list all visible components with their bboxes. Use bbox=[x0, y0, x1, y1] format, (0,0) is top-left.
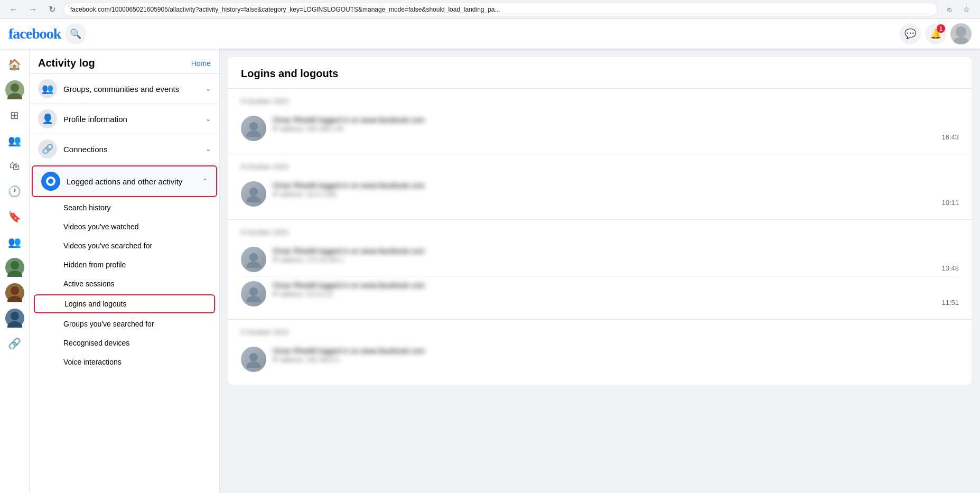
star-icon[interactable]: ☆ bbox=[959, 2, 974, 17]
nav-friends[interactable]: 👥 bbox=[3, 129, 26, 152]
activity-avatar-2 bbox=[241, 181, 266, 207]
activity-time-2: 10:11 bbox=[941, 199, 959, 207]
activity-date-4: 5 October 2023 bbox=[241, 328, 959, 336]
groups-section-label: Groups, communities and events bbox=[63, 85, 199, 94]
profile-section-label: Profile information bbox=[63, 115, 199, 124]
connections-chevron-icon: ⌄ bbox=[206, 145, 211, 153]
messenger-icon: 💬 bbox=[904, 28, 916, 40]
svg-point-20 bbox=[249, 353, 258, 361]
activity-text-4: Omar Rheddi logged in on www.facebook.co… bbox=[273, 281, 935, 290]
svg-point-8 bbox=[11, 312, 19, 320]
sidebar-item-voice-interactions[interactable]: Voice interactions bbox=[30, 352, 219, 371]
nav-avatar-2[interactable] bbox=[3, 281, 26, 304]
content-panel: Logins and logouts 9 October 2023 Omar R… bbox=[228, 57, 972, 385]
sidebar-item-recognised-devices[interactable]: Recognised devices bbox=[30, 333, 219, 352]
share-icon[interactable]: ⎋ bbox=[942, 2, 957, 17]
back-button[interactable]: ← bbox=[6, 2, 21, 17]
sidebar-item-videos-searched[interactable]: Videos you've searched for bbox=[30, 236, 219, 255]
sidebar-home-button[interactable]: Home bbox=[191, 59, 211, 68]
search-icon: 🔍 bbox=[70, 28, 81, 40]
sidebar-item-search-history[interactable]: Search history bbox=[30, 198, 219, 217]
main-layout: 🏠 ⊞ 👥 🛍 🕐 🔖 👥 🔗 bbox=[0, 49, 980, 493]
notifications-button[interactable]: 🔔 1 bbox=[925, 23, 946, 44]
activity-time-1: 16:43 bbox=[941, 133, 959, 141]
groups-chevron-icon: ⌄ bbox=[206, 85, 211, 92]
profile-chevron-icon: ⌄ bbox=[206, 115, 211, 123]
activity-info-1: Omar Rheddi logged in on www.facebook.co… bbox=[273, 116, 935, 133]
sidebar-item-videos-watched[interactable]: Videos you've watched bbox=[30, 217, 219, 236]
content-title: Logins and logouts bbox=[228, 57, 972, 89]
activity-avatar-3 bbox=[241, 247, 266, 272]
svg-point-18 bbox=[249, 287, 258, 296]
nav-avatar-3[interactable] bbox=[3, 306, 26, 330]
nav-link[interactable]: 🔗 bbox=[3, 332, 26, 355]
activity-time-3: 13:48 bbox=[941, 264, 959, 272]
messenger-button[interactable]: 💬 bbox=[900, 23, 921, 44]
facebook-logo[interactable]: facebook bbox=[8, 25, 61, 42]
section-logged-header[interactable]: Logged actions and other activity ⌃ bbox=[32, 165, 217, 197]
sidebar-item-hidden-profile[interactable]: Hidden from profile bbox=[30, 255, 219, 274]
activity-info-5: Omar Rheddi logged in on www.facebook.co… bbox=[273, 347, 959, 364]
nav-home[interactable]: 🏠 bbox=[3, 53, 26, 76]
nav-saved[interactable]: 🔖 bbox=[3, 205, 26, 228]
svg-point-1 bbox=[953, 37, 969, 44]
activity-entry-2: Omar Rheddi logged in on www.facebook.co… bbox=[241, 177, 959, 211]
activity-info-3: Omar Rheddi logged in on www.facebook.co… bbox=[273, 247, 935, 264]
activity-info-2: Omar Rheddi logged in on www.facebook.co… bbox=[273, 181, 935, 198]
activity-sub-2: IP address: 10.0.1.200 bbox=[273, 191, 935, 198]
activity-avatar-5 bbox=[241, 347, 266, 372]
activity-sub-1: IP address: 192.168.1.45 bbox=[273, 125, 935, 133]
profile-section-icon: 👤 bbox=[38, 109, 57, 128]
activity-entry-4: Omar Rheddi logged in on www.facebook.co… bbox=[241, 277, 959, 311]
svg-point-21 bbox=[247, 361, 261, 368]
activity-time-4: 11:51 bbox=[941, 299, 959, 306]
svg-point-15 bbox=[247, 196, 261, 202]
sidebar-title: Activity log bbox=[38, 57, 95, 69]
section-connections-header[interactable]: 🔗 Connections ⌄ bbox=[30, 134, 219, 164]
content-area: Logins and logouts 9 October 2023 Omar R… bbox=[220, 49, 980, 493]
svg-point-17 bbox=[247, 262, 261, 268]
svg-point-4 bbox=[11, 261, 19, 269]
svg-point-5 bbox=[7, 271, 22, 277]
section-logged: Logged actions and other activity ⌃ Sear… bbox=[30, 164, 219, 371]
activity-entry-3: ➜ Omar Rheddi logged in on www.facebook.… bbox=[241, 243, 959, 277]
logged-section-label: Logged actions and other activity bbox=[67, 177, 196, 186]
sidebar-item-logins-logouts[interactable]: Logins and logouts bbox=[34, 294, 215, 313]
activity-date-1: 9 October 2023 bbox=[241, 97, 959, 105]
sidebar-item-groups-searched[interactable]: Groups you've searched for bbox=[30, 314, 219, 333]
topbar: facebook 🔍 💬 🔔 1 bbox=[0, 19, 980, 49]
nav-marketplace[interactable]: 🛍 bbox=[3, 154, 26, 178]
section-groups-header[interactable]: 👥 Groups, communities and events ⌄ bbox=[30, 74, 219, 104]
activity-group-4: 5 October 2023 Omar Rheddi logged in on … bbox=[228, 320, 972, 385]
logged-chevron-icon: ⌃ bbox=[202, 178, 208, 185]
reload-button[interactable]: ↻ bbox=[44, 2, 59, 17]
svg-point-16 bbox=[249, 253, 258, 262]
activity-text-2: Omar Rheddi logged in on www.facebook.co… bbox=[273, 181, 935, 190]
connections-section-icon: 🔗 bbox=[38, 139, 57, 159]
sidebar: Activity log Home 👥 Groups, communities … bbox=[30, 49, 220, 493]
nav-watch[interactable]: 🕐 bbox=[3, 180, 26, 203]
activity-avatar-1 bbox=[241, 116, 266, 141]
svg-point-9 bbox=[7, 321, 22, 328]
svg-point-2 bbox=[11, 83, 19, 92]
sidebar-item-active-sessions[interactable]: Active sessions bbox=[30, 274, 219, 293]
groups-section-icon: 👥 bbox=[38, 79, 57, 98]
browser-icons: ⎋ ☆ bbox=[942, 2, 974, 17]
nav-avatar-1[interactable] bbox=[3, 256, 26, 279]
browser-chrome: ← → ↻ facebook.com/1000065021605905/alla… bbox=[0, 0, 980, 19]
activity-sub-3: IP address: 172.16.254.1 bbox=[273, 256, 935, 264]
url-bar[interactable]: facebook.com/1000065021605905/allactivit… bbox=[63, 3, 938, 16]
nav-grid[interactable]: ⊞ bbox=[3, 104, 26, 127]
nav-profile[interactable] bbox=[3, 78, 26, 101]
profile-avatar[interactable] bbox=[950, 23, 972, 44]
activity-date-3: 6 October 2023 bbox=[241, 228, 959, 236]
activity-group-3: 6 October 2023 ➜ Omar Rheddi logged in o… bbox=[228, 220, 972, 320]
activity-text-1: Omar Rheddi logged in on www.facebook.co… bbox=[273, 116, 935, 124]
forward-button[interactable]: → bbox=[25, 2, 40, 17]
svg-point-0 bbox=[956, 26, 966, 37]
search-button[interactable]: 🔍 bbox=[65, 23, 86, 44]
nav-groups[interactable]: 👥 bbox=[3, 230, 26, 254]
activity-avatar-4 bbox=[241, 281, 266, 306]
section-profile-header[interactable]: 👤 Profile information ⌄ bbox=[30, 104, 219, 134]
topbar-left: facebook 🔍 bbox=[8, 23, 86, 44]
